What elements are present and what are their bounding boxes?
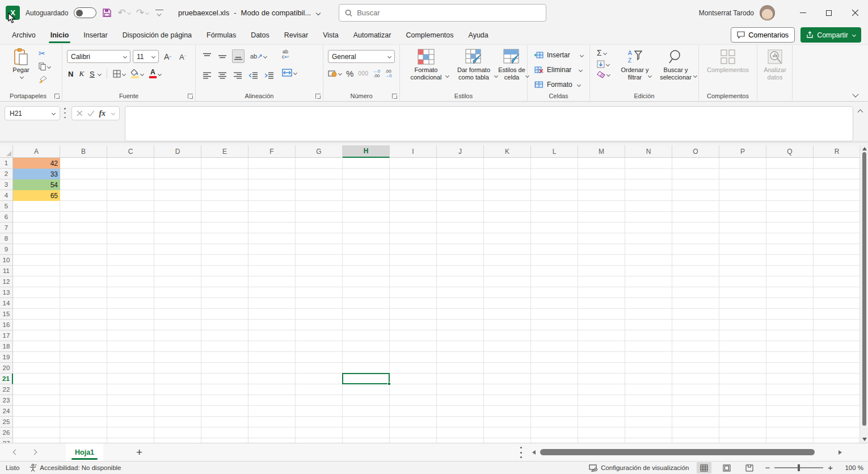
percent-style-button[interactable]: % [346,69,353,78]
underline-button[interactable]: S [90,70,95,78]
cell-A4[interactable]: 65 [13,190,60,201]
cancel-entry-icon[interactable] [77,110,83,116]
ribbon-tab-insertar[interactable]: Insertar [76,26,115,44]
align-right-button[interactable] [232,69,243,82]
vertical-scroll-thumb[interactable] [862,152,866,426]
column-header-A[interactable]: A [13,145,60,158]
sort-filter-button[interactable]: AZ Ordenar y filtrar [617,47,652,81]
format-cells-button[interactable]: Formato [534,78,583,91]
italic-button[interactable]: K [79,69,84,78]
select-all-button[interactable] [0,145,13,158]
align-bottom-button[interactable] [232,49,245,63]
ribbon-tab-automatizar[interactable]: Automatizar [346,26,399,44]
font-dialog-launcher-icon[interactable] [188,94,193,99]
align-left-button[interactable] [201,69,213,82]
column-header-G[interactable]: G [296,145,343,158]
scroll-down-icon[interactable] [862,438,867,441]
column-header-R[interactable]: R [814,145,861,158]
autosum-button[interactable]: Σ [597,48,610,57]
clear-button[interactable] [597,71,610,78]
undo-button[interactable]: ↶ [117,7,130,19]
sheet-tab-hoja1[interactable]: Hoja1 [66,443,103,462]
format-painter-icon[interactable] [39,75,47,83]
delete-cells-button[interactable]: Eliminar [534,63,583,77]
bold-button[interactable]: N [68,70,73,78]
fill-button[interactable] [597,60,610,68]
column-header-M[interactable]: M [578,145,625,158]
sheet-tab-menu-icon[interactable] [520,447,522,458]
column-header-K[interactable]: K [484,145,531,158]
column-header-E[interactable]: E [201,145,248,158]
align-center-button[interactable] [217,69,228,82]
align-middle-button[interactable] [217,49,228,63]
cell-styles-button[interactable]: Estilos de celda [498,47,526,81]
row-header-8[interactable]: 8 [0,233,13,244]
scroll-left-icon[interactable] [532,450,536,455]
row-header-18[interactable]: 18 [0,341,13,352]
wrap-text-button[interactable]: ab c↩ [282,49,289,60]
selected-cell-H21[interactable] [342,373,390,384]
borders-button[interactable] [113,70,125,78]
status-mode[interactable]: Listo [6,464,19,471]
row-header-3[interactable]: 3 [0,179,13,190]
user-name[interactable]: Montserrat Tarodo [699,9,754,17]
maximize-button[interactable] [816,0,842,26]
formula-input[interactable] [125,106,853,141]
row-header-20[interactable]: 20 [0,363,13,374]
excel-logo-icon[interactable]: X [6,6,20,20]
row-header-24[interactable]: 24 [0,406,13,417]
insert-cells-button[interactable]: Insertar [534,48,583,62]
autosave-toggle[interactable] [74,7,96,18]
row-header-14[interactable]: 14 [0,298,13,309]
ribbon-tab-archivo[interactable]: Archivo [5,26,43,44]
decrease-decimal-button[interactable]: .00→0 [385,69,391,78]
paste-button[interactable]: Pegar [8,47,34,78]
row-header-15[interactable]: 15 [0,309,13,320]
search-input[interactable] [357,9,540,17]
ribbon-tab-vista[interactable]: Vista [315,26,346,44]
ribbon-tab-fórmulas[interactable]: Fórmulas [199,26,243,44]
comments-button[interactable]: Comentarios [731,27,795,43]
horizontal-scrollbar[interactable] [532,448,858,457]
ribbon-tab-complementos[interactable]: Complementos [398,26,461,44]
font-color-button[interactable]: A [149,69,161,78]
display-settings-button[interactable]: Configuración de visualización [589,464,689,472]
previous-sheet-icon[interactable] [13,450,19,455]
zoom-slider[interactable] [774,467,823,468]
clipboard-dialog-launcher-icon[interactable] [54,94,60,99]
row-header-7[interactable]: 7 [0,223,13,233]
column-header-B[interactable]: B [60,145,107,158]
grow-font-button[interactable]: A^ [162,50,173,64]
redo-button[interactable]: ↷ [136,7,149,19]
ribbon-tab-ayuda[interactable]: Ayuda [461,26,496,44]
row-header-16[interactable]: 16 [0,320,13,330]
formula-bar-grip-icon[interactable] [64,108,66,118]
shrink-font-button[interactable]: Aˇ [178,50,187,64]
search-box[interactable] [339,4,546,22]
number-format-select[interactable]: General [328,50,395,63]
row-header-23[interactable]: 23 [0,395,13,406]
grid-canvas[interactable]: 42335465 [13,158,859,443]
row-header-26[interactable]: 26 [0,427,13,438]
row-header-25[interactable]: 25 [0,417,13,427]
find-select-button[interactable]: Buscar y seleccionar [655,47,697,81]
document-title[interactable]: pruebaexcel.xls - Modo de compatibil... [178,9,320,17]
increase-indent-button[interactable] [263,69,275,82]
column-header-F[interactable]: F [248,145,296,158]
row-header-21[interactable]: 21 [0,374,13,384]
fill-color-button[interactable] [131,69,144,78]
column-header-J[interactable]: J [437,145,484,158]
column-header-Q[interactable]: Q [766,145,814,158]
cut-button[interactable]: ✂ [39,49,50,57]
ribbon-tab-revisar[interactable]: Revisar [277,26,315,44]
scroll-right-icon[interactable] [838,450,842,455]
row-header-13[interactable]: 13 [0,287,13,298]
alignment-dialog-launcher-icon[interactable] [315,94,321,99]
close-button[interactable] [842,0,868,26]
number-dialog-launcher-icon[interactable] [392,94,397,99]
accessibility-status[interactable]: ? Accesibilidad: No disponible [30,464,121,472]
row-header-17[interactable]: 17 [0,330,13,341]
row-header-10[interactable]: 10 [0,255,13,266]
zoom-out-button[interactable]: − [765,465,770,471]
decrease-indent-button[interactable] [247,69,259,82]
